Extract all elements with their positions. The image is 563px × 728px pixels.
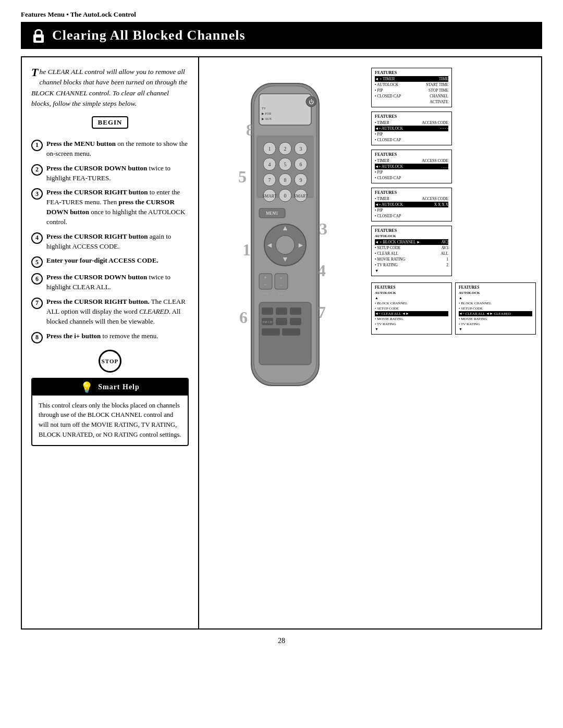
svg-text:►: ► [297,241,304,249]
step-8-text: Press the i+ button to remove the menu. [46,331,158,341]
screen-card-2-title: FEATURES [375,114,448,119]
bulb-icon: 💡 [80,381,94,393]
svg-text:3: 3 [300,146,302,152]
screen-card-4-row-1: • TIMERACCESS CODE [375,196,448,202]
step-7-text: Press the CURSOR RIGHT button. The CLEAR… [46,297,189,327]
bottom-card-2-row-3: ◄+ CLEAR ALL ◄► CLEARED [459,311,532,316]
screen-card-2-row-3: • PIP [375,131,448,137]
svg-text:5: 5 [238,167,247,186]
screen-card-5-row-2: • SETUP CODEAV3 [375,245,448,251]
svg-rect-56 [276,318,287,325]
screen-card-2-row-4: • CLOSED CAP [375,137,448,143]
step-7: 7 Press the CURSOR RIGHT button. The CLE… [31,297,189,327]
right-panel: ⏻ TV ▶ FOR ▶ AUX 1 2 3 4 [199,57,541,628]
svg-rect-57 [290,318,301,325]
remote-column: ⏻ TV ▶ FOR ▶ AUX 1 2 3 4 [204,63,366,623]
svg-text:MENU: MENU [266,211,278,216]
step-6: 6 Press the CURSOR DOWN button twice to … [31,273,189,292]
svg-text:6: 6 [300,162,302,167]
screen-card-1-row-1: ◄ + TIMERTIME [375,76,448,82]
right-layout: ⏻ TV ▶ FOR ▶ AUX 1 2 3 4 [204,63,536,623]
smart-help-box: 💡 Smart Help This control clears only th… [31,378,189,446]
step-1: 1 Press the MENU button on the remote to… [31,139,189,159]
screen-card-4-title: FEATURES [375,190,448,195]
screen-card-3-row-4: • CLOSED CAP [375,175,448,181]
bottom-card-2-row-5: • TV RATING [459,322,532,327]
bottom-card-2-row-2: • SETUP CODE [459,306,532,311]
svg-text:CH: CH [279,292,284,295]
svg-text:1: 1 [242,240,251,259]
smart-help-title: 💡 Smart Help [32,379,188,396]
intro-text: T he CLEAR ALL control will allow you to… [31,67,189,109]
screen-card-3-title: FEATURES [375,152,448,157]
page-title: Clearing All Blocked Channels [52,28,246,43]
step-5-num: 5 [31,256,43,268]
step-5-text: Enter your four-digit ACCESS CODE. [46,256,158,266]
bottom-card-1-row-up: ▲ [375,295,448,301]
svg-text:+: + [264,275,267,280]
svg-text:+: + [280,276,283,280]
bottom-card-2-row-1: • BLOCK CHANNEL [459,301,532,306]
screen-card-4-row-2: ◄+ AUTOLOCKX X X X [375,202,448,207]
svg-rect-60 [282,328,300,336]
screen-card-4-row-4: • CLOSED CAP [375,213,448,219]
screen-card-2-row-2: ◄+ AUTOLOCK- - - - [375,126,448,131]
screen-card-1-row-2: • AUTOLOCKSTART TIME [375,82,448,88]
page-title-bar: Clearing All Blocked Channels [21,22,542,49]
screen-card-2-row-1: • TIMERACCESS CODE [375,120,448,126]
screen-card-1-row-4: • CLOSED CAPCHANNEL [375,93,448,99]
step-8: 8 Press the i+ button to remove the menu… [31,331,189,343]
stop-badge: STOP [99,350,121,373]
smart-help-label: Smart Help [98,383,140,391]
bottom-card-2-row-down: ▼ [459,327,532,332]
svg-text:8: 8 [246,120,254,139]
svg-text:▶ FOR: ▶ FOR [262,112,271,115]
section-label: Features Menu • The AutoLock Control [21,10,542,19]
screen-card-5-row-3: • CLEAR ALLALL [375,251,448,256]
cards-column: FEATURES ◄ + TIMERTIME • AUTOLOCKSTART T… [371,68,536,623]
main-content: T he CLEAR ALL control will allow you to… [21,56,542,630]
svg-text:5: 5 [284,162,287,167]
svg-text:0: 0 [284,193,287,199]
left-panel: T he CLEAR ALL control will allow you to… [22,57,199,628]
bottom-card-2-row-up: ▲ [459,295,532,301]
screen-card-5-title: FEATURES [375,228,448,233]
screen-card-4-row-3: • PIP [375,207,448,213]
screen-card-5-row-4: • MOVIE RATING1 [375,256,448,262]
svg-text:7: 7 [268,177,271,183]
bottom-card-1: FEATURES AUTOLOCK ▲ • BLOCK CHANNEL • SE… [371,282,452,335]
svg-rect-54 [290,307,301,315]
intro-body: he CLEAR ALL control will allow you to r… [31,68,187,107]
svg-text:6: 6 [239,308,248,327]
svg-text:TV: TV [262,107,266,110]
svg-text:VOL: VOL [262,292,269,295]
lock-icon [31,27,46,44]
svg-text:−: − [264,282,267,288]
svg-text:SMART: SMART [293,194,308,199]
bottom-card-1-row-1: • BLOCK CHANNEL [375,301,448,306]
remote-control-image: ⏻ TV ▶ FOR ▶ AUX 1 2 3 4 [228,78,342,417]
svg-text:1: 1 [268,146,271,152]
steps-list: 1 Press the MENU button on the remote to… [31,139,189,343]
screen-card-5: FEATURES AUTOLOCK ◄ + BLOCK CHANNEL ►AV2… [371,226,452,276]
step-6-num: 6 [31,273,43,285]
bottom-card-1-row-2: • SETUP CODE [375,306,448,311]
bottom-card-1-row-5: • TV RATING [375,322,448,327]
bottom-card-1-row-4: • MOVIE RATING [375,316,448,322]
svg-rect-59 [262,328,280,336]
screen-card-3-row-1: • TIMERACCESS CODE [375,158,448,164]
svg-rect-4 [259,94,311,125]
svg-text:7: 7 [317,303,326,322]
svg-rect-52 [262,307,273,315]
step-5: 5 Enter your four-digit ACCESS CODE. [31,256,189,268]
screen-card-1-row-5: ACTIVATE [375,99,448,105]
svg-text:▲: ▲ [282,224,289,232]
step-8-num: 8 [31,332,43,343]
bottom-cards-row: FEATURES AUTOLOCK ▲ • BLOCK CHANNEL • SE… [371,282,536,335]
drop-cap: T [31,67,38,78]
svg-text:8: 8 [284,177,287,183]
bottom-card-2: FEATURES AUTOLOCK ▲ • BLOCK CHANNEL • SE… [455,282,536,335]
svg-rect-53 [276,307,287,315]
screen-card-1-row-3: • PIPSTOP TIME [375,88,448,93]
svg-text:▼: ▼ [282,255,289,263]
